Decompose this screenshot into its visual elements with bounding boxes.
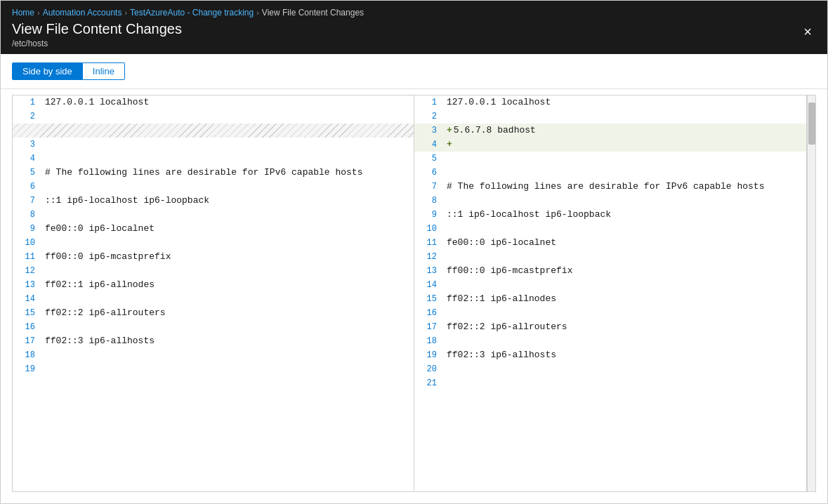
left-line-3 [13,124,414,138]
right-line-content-4: + [442,138,806,152]
left-line-content-18: ff02::3 ip6-allhosts [41,334,414,348]
left-line-content-11 [41,236,414,250]
breadcrumb-sep-2: › [124,8,127,17]
right-line-content-12 [442,250,806,264]
right-line-num-21: 21 [414,376,442,390]
modal-header: Home › Automation Accounts › TestAzureAu… [1,1,827,54]
right-line-21: 21 [414,376,806,390]
close-button[interactable]: × [799,22,816,41]
right-line-num-4: 4 [414,138,442,152]
left-line-num-4: 3 [13,138,41,152]
left-line-num-19: 18 [13,348,41,362]
left-line-content-15 [41,292,414,306]
right-line-3: 3+5.6.7.8 badhost [414,124,806,138]
right-line-num-1: 1 [414,95,442,110]
breadcrumb-change-tracking[interactable]: TestAzureAuto - Change tracking [130,8,254,18]
left-line-num-16: 15 [13,306,41,320]
tab-inline[interactable]: Inline [83,62,125,80]
right-line-num-19: 19 [414,348,442,362]
left-line-content-12: ff00::0 ip6-mcastprefix [41,250,414,264]
right-line-11: 11fe00::0 ip6-localnet [414,236,806,250]
left-line-content-16: ff02::2 ip6-allrouters [41,306,414,320]
diff-container[interactable]: 1127.0.0.1 localhost2345# The following … [12,95,816,492]
right-line-20: 20 [414,362,806,376]
left-line-10: 9fe00::0 ip6-localnet [13,222,414,236]
right-line-num-7: 7 [414,180,442,194]
left-line-num-6: 5 [13,166,41,180]
diff-pane-right-wrapper: 1127.0.0.1 localhost23+5.6.7.8 badhost4+… [414,95,815,491]
left-line-content-13 [41,264,414,278]
left-line-content-5 [41,152,414,166]
modal-title-group: View File Content Changes /etc/hosts [12,20,182,48]
left-line-17: 16 [13,320,414,334]
right-line-14: 14 [414,278,806,292]
left-line-8: 7::1 ip6-localhost ip6-loopback [13,194,414,208]
breadcrumb-current: View File Content Changes [262,8,364,18]
right-line-9: 9::1 ip6-localhost ip6-loopback [414,208,806,222]
right-line-num-14: 14 [414,278,442,292]
left-line-content-9 [41,208,414,222]
right-line-content-14 [442,278,806,292]
left-line-num-17: 16 [13,320,41,334]
left-line-num-1: 1 [13,95,41,110]
left-line-6: 5# The following lines are desirable for… [13,166,414,180]
left-line-content-6: # The following lines are desirable for … [41,166,414,180]
left-line-content-14: ff02::1 ip6-allnodes [41,278,414,292]
right-line-content-5 [442,152,806,166]
scrollbar-thumb[interactable] [808,102,815,145]
left-line-5: 4 [13,152,414,166]
left-line-content-4 [41,138,414,152]
left-line-content-7 [41,180,414,194]
right-line-15: 15ff02::1 ip6-allnodes [414,292,806,306]
right-line-content-2 [442,110,806,124]
right-line-18: 18 [414,334,806,348]
left-line-num-13: 12 [13,264,41,278]
left-line-11: 10 [13,236,414,250]
tab-side-by-side[interactable]: Side by side [12,62,83,80]
left-line-content-8: ::1 ip6-localhost ip6-loopback [41,194,414,208]
right-line-6: 6 [414,166,806,180]
left-line-content-17 [41,320,414,334]
right-line-num-17: 17 [414,320,442,334]
left-line-7: 6 [13,180,414,194]
right-line-num-2: 2 [414,110,442,124]
right-line-content-20 [442,362,806,376]
breadcrumb: Home › Automation Accounts › TestAzureAu… [12,1,816,20]
right-line-content-1: 127.0.0.1 localhost [442,95,806,110]
breadcrumb-home[interactable]: Home [12,8,34,18]
left-line-num-18: 17 [13,334,41,348]
left-line-num-10: 9 [13,222,41,236]
right-line-num-20: 20 [414,362,442,376]
modal-body: Side by side Inline 1127.0.0.1 localhost… [1,54,827,503]
right-line-num-16: 16 [414,306,442,320]
breadcrumb-automation[interactable]: Automation Accounts [43,8,122,18]
left-line-num-15: 14 [13,292,41,306]
left-line-12: 11ff00::0 ip6-mcastprefix [13,250,414,264]
left-line-num-5: 4 [13,152,41,166]
left-line-19: 18 [13,348,414,362]
right-line-content-6 [442,166,806,180]
left-line-4: 3 [13,138,414,152]
right-line-content-17: ff02::2 ip6-allrouters [442,320,806,334]
left-line-content-20 [41,362,414,376]
breadcrumb-sep-1: › [37,8,40,17]
left-line-13: 12 [13,264,414,278]
right-line-content-18 [442,334,806,348]
scrollbar-track[interactable] [807,95,815,491]
right-line-num-10: 10 [414,222,442,236]
left-line-18: 17ff02::3 ip6-allhosts [13,334,414,348]
right-line-17: 17ff02::2 ip6-allrouters [414,320,806,334]
left-line-20: 19 [13,362,414,376]
left-line-9: 8 [13,208,414,222]
right-line-content-13: ff00::0 ip6-mcastprefix [442,264,806,278]
right-line-num-11: 11 [414,236,442,250]
left-line-16: 15ff02::2 ip6-allrouters [13,306,414,320]
right-line-num-3: 3 [414,124,442,138]
left-line-num-2: 2 [13,110,41,124]
right-line-num-13: 13 [414,264,442,278]
right-line-content-9: ::1 ip6-localhost ip6-loopback [442,208,806,222]
right-line-content-7: # The following lines are desirable for … [442,180,806,194]
left-line-num-11: 10 [13,236,41,250]
left-line-num-14: 13 [13,278,41,292]
left-line-content-10: fe00::0 ip6-localnet [41,222,414,236]
